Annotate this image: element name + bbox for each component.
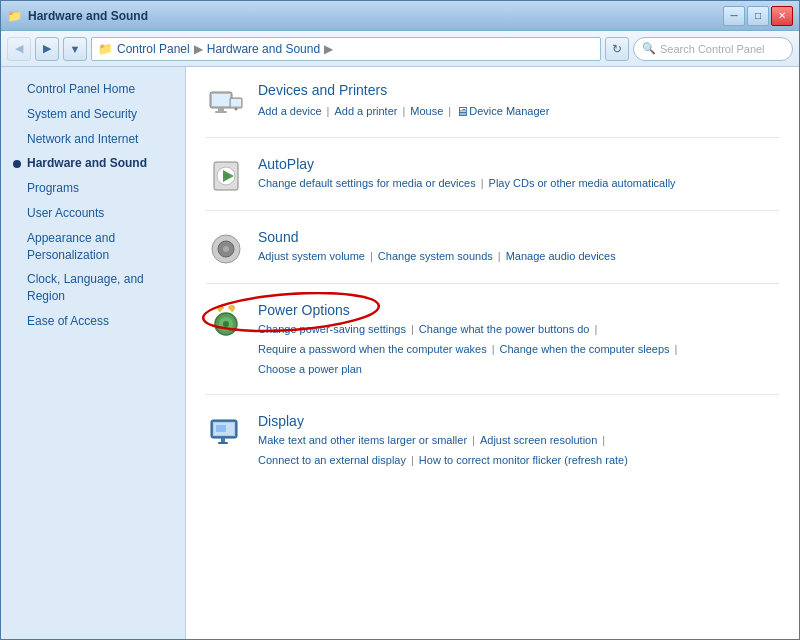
breadcrumb-control-panel[interactable]: Control Panel: [117, 42, 190, 56]
sidebar-item-programs[interactable]: Programs: [1, 176, 185, 201]
autoplay-body: AutoPlay Change default settings for med…: [258, 156, 676, 194]
section-power: Power Options Change power-saving settin…: [206, 302, 779, 394]
link-manage-audio[interactable]: Manage audio devices: [506, 247, 616, 267]
sound-icon: [206, 229, 246, 269]
title-bar-left: 📁 Hardware and Sound: [7, 9, 148, 23]
search-box[interactable]: 🔍 Search Control Panel: [633, 37, 793, 61]
power-links-row1: Change power-saving settings | Change wh…: [258, 320, 682, 340]
device-manager-icon-inline: 🖥: [456, 100, 469, 123]
svg-point-6: [235, 108, 238, 111]
sidebar-item-user-accounts[interactable]: User Accounts: [1, 201, 185, 226]
link-monitor-flicker[interactable]: How to correct monitor flicker (refresh …: [419, 451, 628, 471]
sidebar-label-network-internet: Network and Internet: [27, 131, 138, 148]
link-screen-resolution[interactable]: Adjust screen resolution: [480, 431, 597, 451]
power-icon: [206, 302, 246, 342]
sidebar-item-appearance[interactable]: Appearance andPersonalization: [1, 226, 185, 268]
svg-rect-20: [221, 438, 225, 442]
link-add-printer[interactable]: Add a printer: [334, 102, 397, 122]
svg-rect-1: [212, 94, 230, 106]
sidebar-label-control-panel-home: Control Panel Home: [27, 81, 135, 98]
devices-body: Devices and Printers Add a device | Add …: [258, 82, 549, 123]
folder-icon: 📁: [98, 42, 113, 56]
sidebar: Control Panel Home System and Security N…: [1, 67, 186, 639]
section-display: Display Make text and other items larger…: [206, 413, 779, 485]
sound-title[interactable]: Sound: [258, 229, 298, 245]
link-power-buttons[interactable]: Change what the power buttons do: [419, 320, 590, 340]
sound-svg: [208, 231, 244, 267]
display-links-row1: Make text and other items larger or smal…: [258, 431, 628, 451]
search-icon: 🔍: [642, 42, 656, 55]
window-icon: 📁: [7, 9, 22, 23]
sidebar-label-appearance: Appearance andPersonalization: [27, 230, 115, 264]
section-devices-printers: Devices and Printers Add a device | Add …: [206, 82, 779, 138]
power-svg: [208, 304, 244, 340]
refresh-button[interactable]: ↻: [605, 37, 629, 61]
forward-button[interactable]: ▶: [35, 37, 59, 61]
svg-rect-3: [215, 111, 227, 113]
title-buttons: ─ □ ✕: [723, 6, 793, 26]
breadcrumb-sep-1: ▶: [194, 42, 203, 56]
link-device-manager[interactable]: Device Manager: [469, 102, 549, 122]
sidebar-item-control-panel-home[interactable]: Control Panel Home: [1, 77, 185, 102]
link-change-system-sounds[interactable]: Change system sounds: [378, 247, 493, 267]
power-links-row2: Require a password when the computer wak…: [258, 340, 682, 360]
link-change-power-saving[interactable]: Change power-saving settings: [258, 320, 406, 340]
sidebar-item-ease-of-access[interactable]: Ease of Access: [1, 309, 185, 334]
power-title[interactable]: Power Options: [258, 302, 350, 318]
main-area: Control Panel Home System and Security N…: [1, 67, 799, 639]
search-placeholder: Search Control Panel: [660, 43, 765, 55]
autoplay-svg: [208, 158, 244, 194]
active-bullet: [13, 160, 21, 168]
sidebar-item-network-internet[interactable]: Network and Internet: [1, 127, 185, 152]
sidebar-label-system-security: System and Security: [27, 106, 137, 123]
sidebar-item-hardware-sound[interactable]: Hardware and Sound: [1, 151, 185, 176]
display-title[interactable]: Display: [258, 413, 304, 429]
link-adjust-volume[interactable]: Adjust system volume: [258, 247, 365, 267]
svg-rect-23: [216, 425, 226, 432]
svg-point-17: [223, 321, 229, 327]
devices-icon: [206, 82, 246, 122]
link-add-device[interactable]: Add a device: [258, 102, 322, 122]
sidebar-label-hardware-sound: Hardware and Sound: [27, 155, 147, 172]
link-choose-power-plan[interactable]: Choose a power plan: [258, 360, 362, 380]
link-mouse[interactable]: Mouse: [410, 102, 443, 122]
sidebar-label-clock-language: Clock, Language, and Region: [27, 271, 173, 305]
recent-button[interactable]: ▼: [63, 37, 87, 61]
link-text-larger[interactable]: Make text and other items larger or smal…: [258, 431, 467, 451]
link-change-default-settings[interactable]: Change default settings for media or dev…: [258, 174, 476, 194]
link-play-cds[interactable]: Play CDs or other media automatically: [489, 174, 676, 194]
display-svg: [208, 415, 244, 451]
address-bar: ◀ ▶ ▼ 📁 Control Panel ▶ Hardware and Sou…: [1, 31, 799, 67]
close-button[interactable]: ✕: [771, 6, 793, 26]
autoplay-title[interactable]: AutoPlay: [258, 156, 314, 172]
breadcrumb-sep-2: ▶: [324, 42, 333, 56]
svg-point-13: [223, 246, 229, 252]
section-autoplay: AutoPlay Change default settings for med…: [206, 156, 779, 211]
sidebar-label-programs: Programs: [27, 180, 79, 197]
sidebar-item-clock-language[interactable]: Clock, Language, and Region: [1, 267, 185, 309]
sidebar-label-ease-of-access: Ease of Access: [27, 313, 109, 330]
window-title: Hardware and Sound: [28, 9, 148, 23]
svg-rect-5: [231, 99, 241, 106]
link-external-display[interactable]: Connect to an external display: [258, 451, 406, 471]
display-icon: [206, 413, 246, 453]
sound-links: Adjust system volume | Change system sou…: [258, 247, 616, 267]
display-links-row2: Connect to an external display | How to …: [258, 451, 628, 471]
breadcrumb-hardware[interactable]: Hardware and Sound: [207, 42, 320, 56]
title-bar: 📁 Hardware and Sound ─ □ ✕: [1, 1, 799, 31]
back-button[interactable]: ◀: [7, 37, 31, 61]
link-require-password[interactable]: Require a password when the computer wak…: [258, 340, 487, 360]
sidebar-item-system-security[interactable]: System and Security: [1, 102, 185, 127]
autoplay-links: Change default settings for media or dev…: [258, 174, 676, 194]
restore-button[interactable]: □: [747, 6, 769, 26]
address-path[interactable]: 📁 Control Panel ▶ Hardware and Sound ▶: [91, 37, 601, 61]
sound-body: Sound Adjust system volume | Change syst…: [258, 229, 616, 267]
devices-title[interactable]: Devices and Printers: [258, 82, 387, 98]
section-sound: Sound Adjust system volume | Change syst…: [206, 229, 779, 284]
link-computer-sleeps[interactable]: Change when the computer sleeps: [500, 340, 670, 360]
minimize-button[interactable]: ─: [723, 6, 745, 26]
content-panel: Devices and Printers Add a device | Add …: [186, 67, 799, 639]
sidebar-label-user-accounts: User Accounts: [27, 205, 104, 222]
power-links-row3: Choose a power plan: [258, 360, 682, 380]
main-window: 📁 Hardware and Sound ─ □ ✕ ◀ ▶ ▼ 📁 Contr…: [0, 0, 800, 640]
